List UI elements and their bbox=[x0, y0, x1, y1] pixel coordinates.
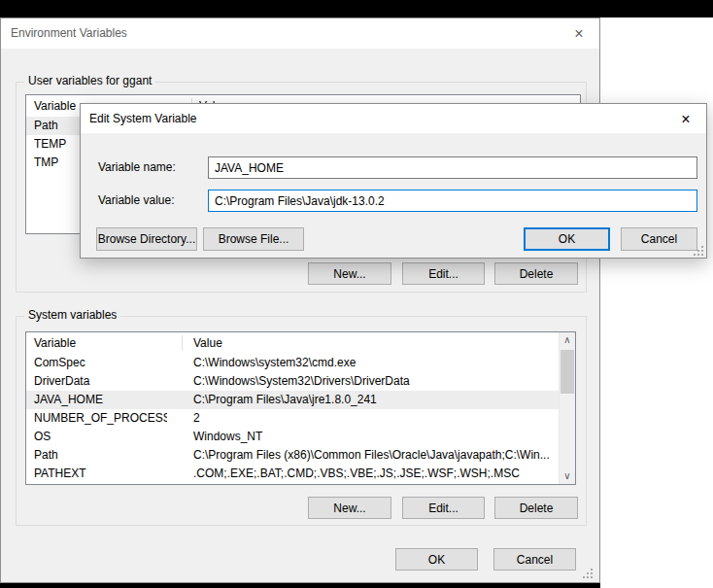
cell-variable: PATHEXT bbox=[34, 465, 167, 483]
user-new-button[interactable]: New... bbox=[308, 262, 391, 285]
edit-cancel-button[interactable]: Cancel bbox=[621, 227, 697, 251]
system-variables-group-label: System variables bbox=[24, 308, 120, 322]
resize-grip-icon[interactable] bbox=[694, 246, 703, 256]
cell-value: Windows_NT bbox=[193, 428, 558, 446]
variable-value-input[interactable] bbox=[208, 190, 697, 212]
user-edit-button[interactable]: Edit... bbox=[402, 262, 485, 285]
cell-variable: JAVA_HOME bbox=[34, 391, 167, 409]
edit-ok-button[interactable]: OK bbox=[524, 227, 610, 251]
env-window-title: Environment Variables bbox=[11, 18, 127, 49]
list-item[interactable]: PATHEXT .COM;.EXE;.BAT;.CMD;.VBS;.VBE;.J… bbox=[26, 465, 575, 483]
close-icon[interactable]: × bbox=[671, 108, 700, 130]
system-list-header: Variable Value bbox=[26, 332, 575, 354]
list-item-selected[interactable]: JAVA_HOME C:\Program Files\Java\jre1.8.0… bbox=[26, 391, 575, 409]
system-edit-button[interactable]: Edit... bbox=[402, 497, 485, 519]
scroll-down-icon[interactable]: ∨ bbox=[560, 468, 575, 484]
cell-value: C:\Windows\System32\Drivers\DriverData bbox=[193, 372, 558, 391]
cell-variable: ComSpec bbox=[34, 354, 167, 372]
cell-value: C:\Program Files\Java\jre1.8.0_241 bbox=[193, 391, 558, 409]
env-cancel-button[interactable]: Cancel bbox=[493, 548, 576, 571]
cell-variable: DriverData bbox=[34, 372, 167, 391]
cell-variable: Path bbox=[34, 446, 167, 465]
env-ok-button[interactable]: OK bbox=[395, 548, 478, 571]
resize-grip-icon[interactable] bbox=[583, 569, 593, 578]
cell-value: C:\Program Files (x86)\Common Files\Orac… bbox=[193, 446, 558, 465]
cell-variable: OS bbox=[34, 428, 167, 446]
system-variables-list[interactable]: Variable Value ComSpec C:\Windows\system… bbox=[25, 331, 576, 485]
system-list-scrollbar[interactable]: ∧ ∨ bbox=[559, 332, 575, 484]
top-black-strip bbox=[0, 0, 713, 17]
variable-name-input[interactable] bbox=[208, 156, 697, 179]
variable-value-label: Variable value: bbox=[98, 193, 175, 207]
edit-titlebar: Edit System Variable × bbox=[81, 104, 706, 133]
scroll-up-icon[interactable]: ∧ bbox=[560, 332, 575, 348]
user-column-variable: Variable bbox=[34, 95, 76, 117]
system-column-value: Value bbox=[193, 332, 222, 354]
list-item[interactable]: NUMBER_OF_PROCESSORS 2 bbox=[26, 409, 575, 428]
list-item[interactable]: Path C:\Program Files (x86)\Common Files… bbox=[26, 446, 575, 465]
list-item[interactable]: DriverData C:\Windows\System32\Drivers\D… bbox=[26, 372, 575, 391]
system-column-variable: Variable bbox=[34, 332, 76, 354]
variable-name-label: Variable name: bbox=[98, 160, 176, 174]
bottom-black-strip bbox=[0, 583, 600, 588]
close-icon[interactable]: × bbox=[564, 22, 594, 45]
scrollbar-thumb[interactable] bbox=[560, 350, 574, 394]
edit-window-title: Edit System Variable bbox=[89, 104, 197, 133]
system-delete-button[interactable]: Delete bbox=[494, 497, 578, 519]
system-header-divider bbox=[182, 335, 183, 351]
env-titlebar: Environment Variables × bbox=[1, 18, 599, 49]
list-item[interactable]: OS Windows_NT bbox=[26, 428, 575, 446]
browse-file-button[interactable]: Browse File... bbox=[203, 227, 304, 251]
cell-value: 2 bbox=[193, 409, 558, 428]
user-delete-button[interactable]: Delete bbox=[494, 262, 578, 285]
cell-value: C:\Windows\system32\cmd.exe bbox=[193, 354, 558, 372]
cell-variable: NUMBER_OF_PROCESSORS bbox=[34, 409, 167, 428]
screen: Environment Variables × User variables f… bbox=[0, 0, 713, 588]
list-item[interactable]: ComSpec C:\Windows\system32\cmd.exe bbox=[26, 354, 575, 372]
browse-directory-button[interactable]: Browse Directory... bbox=[96, 227, 197, 251]
edit-system-variable-dialog: Edit System Variable × Variable name: Va… bbox=[80, 103, 707, 259]
cell-value: .COM;.EXE;.BAT;.CMD;.VBS;.VBE;.JS;.JSE;.… bbox=[193, 465, 558, 483]
system-new-button[interactable]: New... bbox=[308, 497, 391, 519]
user-variables-group-label: User variables for ggant bbox=[24, 74, 155, 87]
